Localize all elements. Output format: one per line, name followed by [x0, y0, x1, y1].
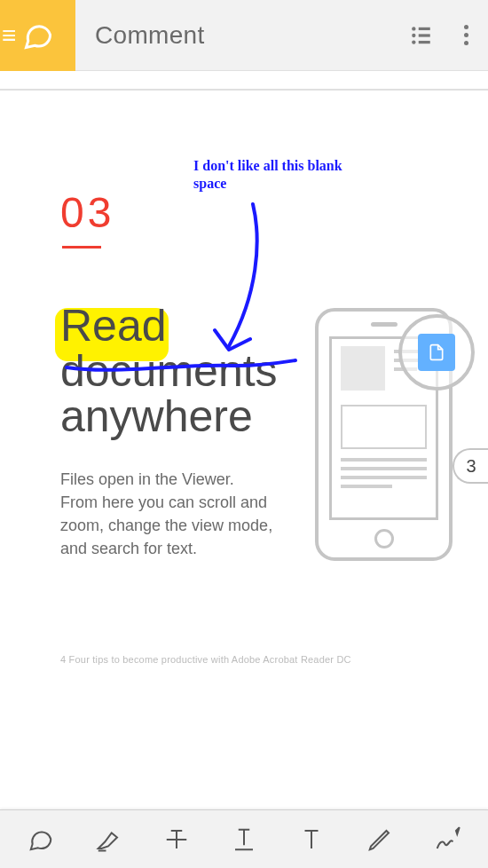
highlighter-icon: [95, 826, 122, 853]
freehand-tool[interactable]: [352, 817, 407, 862]
comment-count-badge[interactable]: 3: [453, 448, 488, 484]
ink-text-annotation[interactable]: I don't like all this blank space: [193, 157, 362, 193]
sticky-note-tool[interactable]: [13, 817, 68, 862]
menu-icon: ≡: [2, 29, 16, 42]
underline-icon: [231, 826, 257, 853]
page-chip-icon: [418, 334, 455, 371]
document-viewport[interactable]: 03 Read documents anywhere Files open in…: [0, 71, 488, 809]
underline-tool[interactable]: [216, 817, 272, 862]
page-footer: 4 Four tips to become productive with Ad…: [60, 654, 351, 665]
more-icon: [464, 25, 468, 45]
svg-point-0: [412, 27, 415, 30]
strikethrough-tool[interactable]: [149, 817, 204, 862]
document-page: 03 Read documents anywhere Files open in…: [0, 91, 488, 809]
list-icon: [410, 24, 433, 47]
strikethrough-icon: [163, 826, 190, 853]
section-rule: [62, 246, 101, 249]
highlight-tool[interactable]: [81, 817, 136, 862]
text-icon: [298, 826, 325, 853]
comments-list-button[interactable]: [399, 0, 444, 71]
pencil-icon: [366, 826, 393, 853]
body-text: Files open in the Viewer. From here you …: [60, 468, 273, 560]
speech-bubble-icon: [22, 20, 54, 51]
heading-word-1: Read: [60, 301, 167, 351]
heading-word-2: documents: [60, 346, 278, 396]
overflow-menu-button[interactable]: [444, 0, 488, 71]
annotation-toolbar: [0, 809, 488, 868]
add-text-tool[interactable]: [284, 817, 339, 862]
magnifier-illustration: [398, 314, 475, 391]
signature-icon: [434, 826, 460, 853]
signature-tool[interactable]: [420, 817, 475, 862]
speech-bubble-icon: [28, 826, 54, 853]
svg-point-4: [412, 40, 415, 43]
section-number: 03: [60, 188, 114, 237]
svg-point-2: [412, 33, 415, 36]
page-title: Comment: [75, 21, 399, 50]
comment-mode-button[interactable]: ≡: [0, 0, 75, 71]
comment-count-value: 3: [466, 456, 476, 477]
svg-rect-3: [419, 34, 430, 36]
svg-rect-1: [419, 27, 430, 29]
heading-word-3: anywhere: [60, 391, 253, 441]
app-top-bar: ≡ Comment: [0, 0, 488, 71]
svg-rect-5: [419, 40, 430, 43]
section-heading: Read documents anywhere: [60, 304, 278, 439]
